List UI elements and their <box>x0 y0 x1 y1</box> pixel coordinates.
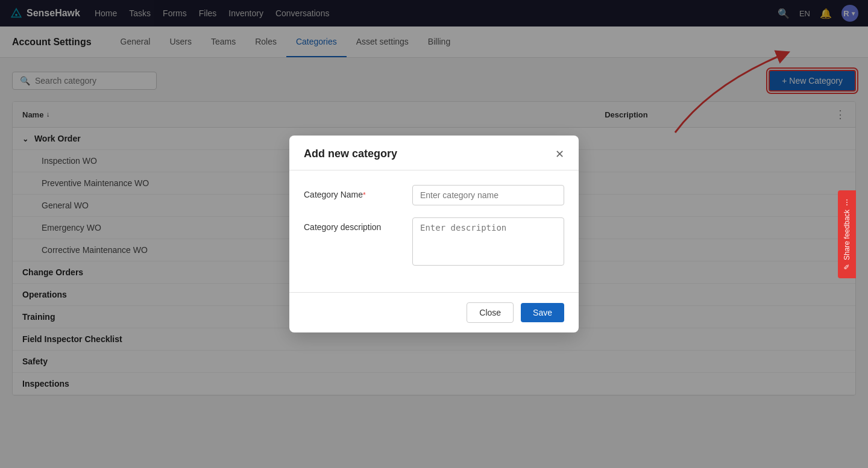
modal-body: Category Name* Category description <box>289 170 579 292</box>
category-name-input[interactable] <box>412 185 564 205</box>
modal-footer: Close Save <box>289 292 579 332</box>
share-feedback-label: Share feedback <box>843 209 851 260</box>
pencil-icon: ✎ <box>843 264 851 270</box>
save-button[interactable]: Save <box>521 303 564 322</box>
modal-header: Add new category ✕ <box>289 136 579 170</box>
close-button[interactable]: Close <box>467 302 514 323</box>
category-name-row: Category Name* <box>304 185 564 205</box>
category-description-row: Category description <box>304 217 564 266</box>
modal-title: Add new category <box>304 148 397 160</box>
share-feedback-tab[interactable]: ✎ Share feedback ⋯ <box>838 190 856 278</box>
more-icon: ⋯ <box>843 198 851 205</box>
category-description-input[interactable] <box>412 217 564 266</box>
add-category-modal: Add new category ✕ Category Name* Catego… <box>289 136 579 332</box>
category-description-label: Category description <box>304 217 400 232</box>
modal-overlay[interactable]: Add new category ✕ Category Name* Catego… <box>0 0 868 408</box>
required-indicator: * <box>363 191 366 199</box>
category-name-label: Category Name* <box>304 185 400 199</box>
modal-close-button[interactable]: ✕ <box>555 149 564 160</box>
